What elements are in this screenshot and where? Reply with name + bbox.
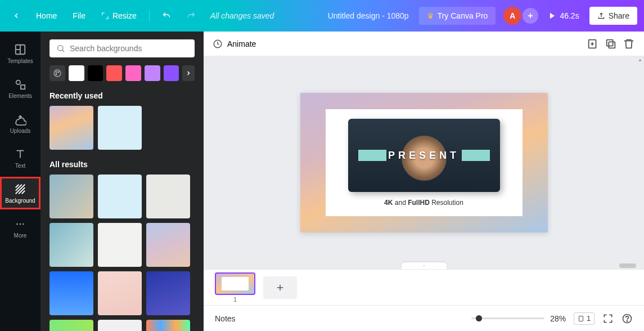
- svg-rect-7: [21, 84, 25, 88]
- svg-marker-2: [550, 13, 555, 19]
- bg-thumb[interactable]: [98, 271, 142, 315]
- play-duration[interactable]: 46.2s: [543, 8, 584, 24]
- bg-thumb[interactable]: [146, 271, 190, 315]
- try-pro-button[interactable]: ♛ Try Canva Pro: [419, 7, 496, 25]
- svg-line-13: [19, 187, 25, 194]
- design-title[interactable]: Untitled design - 1080p: [322, 8, 415, 24]
- rail-elements-label: Elements: [8, 93, 32, 99]
- rail-background[interactable]: Background: [0, 177, 40, 209]
- caption: 4K and FullHD Resolution: [384, 199, 463, 207]
- search-icon: [56, 44, 65, 53]
- svg-rect-28: [609, 42, 615, 48]
- rail-uploads-label: Uploads: [10, 128, 31, 134]
- play-icon: [548, 12, 556, 20]
- elements-icon: [14, 78, 26, 91]
- bg-thumb[interactable]: [49, 320, 93, 331]
- rail-more-label: More: [14, 232, 27, 239]
- share-button[interactable]: Share: [589, 7, 637, 25]
- bg-thumb[interactable]: [49, 175, 93, 218]
- slider-track[interactable]: [471, 317, 544, 319]
- chevron-right-icon: [185, 70, 192, 77]
- color-picker-button[interactable]: [49, 65, 65, 81]
- rail-text-label: Text: [15, 163, 25, 169]
- color-red[interactable]: [106, 65, 122, 81]
- user-avatar[interactable]: A: [503, 7, 521, 25]
- glasses-graphic: [462, 150, 490, 161]
- bg-thumb[interactable]: [98, 175, 142, 218]
- horizontal-scrollbar[interactable]: [619, 263, 636, 268]
- animate-icon: [213, 39, 223, 49]
- caption-mid: and: [393, 199, 408, 207]
- undo-button[interactable]: [156, 8, 177, 24]
- add-collaborator-button[interactable]: [523, 8, 538, 24]
- svg-line-19: [62, 50, 64, 52]
- page-number: 1: [215, 296, 255, 303]
- rail-uploads[interactable]: Uploads: [0, 107, 40, 140]
- file-menu[interactable]: File: [67, 8, 91, 24]
- rail-text[interactable]: Text: [0, 142, 40, 175]
- home-button[interactable]: Home: [30, 8, 62, 24]
- page-thumb-wrapper[interactable]: 1: [215, 272, 255, 303]
- svg-rect-29: [607, 39, 613, 46]
- animate-button[interactable]: Animate: [213, 39, 256, 49]
- slider-thumb[interactable]: [476, 315, 482, 321]
- vertical-scroll-up[interactable]: [637, 57, 643, 63]
- color-light-purple[interactable]: [145, 65, 160, 81]
- bg-thumb[interactable]: [146, 320, 190, 331]
- back-button[interactable]: [7, 8, 26, 23]
- page-thumbnail-1[interactable]: [215, 272, 255, 295]
- rail-elements[interactable]: Elements: [0, 72, 40, 105]
- all-results-heading: All results: [49, 160, 195, 169]
- color-more-button[interactable]: [182, 65, 195, 81]
- file-label: File: [73, 11, 85, 20]
- resize-label: Resize: [112, 11, 137, 20]
- add-page-icon[interactable]: [587, 38, 599, 50]
- bg-thumb[interactable]: [146, 175, 190, 218]
- duplicate-icon[interactable]: [605, 38, 617, 50]
- save-status: All changes saved: [210, 11, 274, 20]
- page-tab-handle[interactable]: [402, 262, 447, 269]
- side-panel: Recently used All results: [40, 32, 204, 331]
- page-icon: [578, 315, 584, 323]
- caption-4k: 4K: [384, 199, 393, 207]
- color-purple[interactable]: [164, 65, 179, 81]
- glasses-graphic: [358, 150, 386, 161]
- try-pro-label: Try Canva Pro: [438, 11, 488, 20]
- rail-templates[interactable]: Templates: [0, 37, 40, 70]
- bg-thumb[interactable]: [49, 223, 93, 267]
- video-frame[interactable]: PRESENT: [348, 119, 500, 192]
- redo-button[interactable]: [181, 8, 201, 24]
- resize-icon: [101, 12, 109, 20]
- zoom-slider[interactable]: 28%: [471, 314, 566, 323]
- pages-indicator[interactable]: 1: [574, 312, 595, 325]
- add-page-button[interactable]: [263, 276, 297, 299]
- help-icon[interactable]: [622, 313, 633, 324]
- recent-thumb-1[interactable]: [49, 106, 93, 150]
- bg-thumb[interactable]: [49, 271, 93, 315]
- bg-thumb[interactable]: [98, 223, 142, 267]
- svg-rect-33: [579, 316, 583, 321]
- recent-thumb-2[interactable]: [98, 106, 142, 150]
- plus-icon: [526, 12, 534, 20]
- search-input[interactable]: [70, 44, 188, 53]
- rail-more[interactable]: More: [0, 212, 40, 244]
- bg-thumb[interactable]: [146, 223, 190, 267]
- svg-point-17: [22, 223, 24, 225]
- trash-icon[interactable]: [623, 38, 635, 50]
- search-box[interactable]: [49, 39, 195, 57]
- svg-point-22: [58, 71, 59, 73]
- color-white[interactable]: [69, 65, 84, 81]
- svg-point-35: [627, 320, 627, 321]
- fullscreen-icon[interactable]: [602, 313, 614, 324]
- canvas-stage[interactable]: PRESENT 4K and FullHD Resolution: [204, 56, 644, 269]
- svg-point-15: [16, 223, 18, 225]
- page-1[interactable]: PRESENT 4K and FullHD Resolution: [300, 93, 548, 232]
- inner-card[interactable]: PRESENT 4K and FullHD Resolution: [326, 109, 523, 216]
- text-icon: [14, 148, 26, 160]
- more-icon: [14, 218, 26, 230]
- color-black[interactable]: [88, 65, 103, 81]
- bg-thumb[interactable]: [98, 320, 142, 331]
- color-pink[interactable]: [125, 65, 141, 81]
- resize-button[interactable]: Resize: [96, 8, 142, 24]
- notes-button[interactable]: Notes: [215, 314, 236, 323]
